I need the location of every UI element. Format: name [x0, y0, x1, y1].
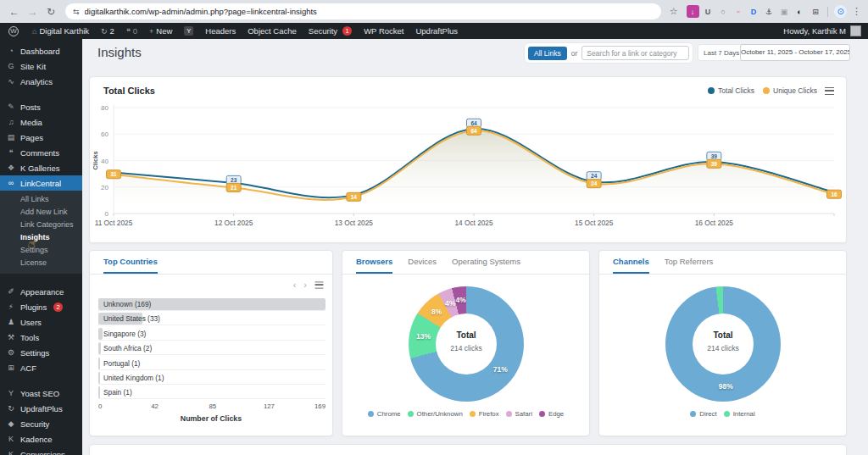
- legend-item-unique-clicks[interactable]: Unique Clicks: [763, 86, 817, 95]
- browser-menu-icon[interactable]: ⋮: [852, 6, 861, 17]
- x-tick-label: 127: [264, 402, 275, 410]
- legend-item-chrome[interactable]: Chrome: [368, 410, 401, 418]
- tab-channels[interactable]: Channels: [613, 257, 649, 274]
- sidebar-item-media[interactable]: ♫Media: [0, 114, 82, 130]
- wp-logo-icon[interactable]: W: [0, 23, 26, 39]
- sidebar-item-users[interactable]: ♟Users: [0, 314, 82, 330]
- sidebar-item-appearance[interactable]: ✐Appearance: [0, 284, 82, 299]
- sidebar-item-conversions[interactable]: KConversions: [0, 447, 82, 455]
- legend-item-safari[interactable]: Safari: [506, 410, 532, 418]
- sidebar-item-settings[interactable]: ⚙Settings: [0, 345, 82, 360]
- or-label: or: [571, 49, 578, 58]
- legend-item-edge[interactable]: Edge: [539, 410, 564, 418]
- site-settings-icon[interactable]: ⇆: [73, 8, 80, 16]
- legend-item-total-clicks[interactable]: Total Clicks: [708, 86, 754, 95]
- country-bar-row[interactable]: Spain (1): [98, 386, 326, 399]
- sidebar-item-pages[interactable]: ▤Pages: [0, 130, 82, 145]
- sidebar-subitem-all-links[interactable]: All Links: [0, 193, 82, 206]
- slice-label-direct: 98%: [715, 382, 736, 391]
- adminbar-comments[interactable]: ❝ 0: [120, 23, 143, 39]
- sidebar-item-analytics[interactable]: ∿Analytics: [0, 74, 82, 89]
- sidebar-item-linkcentral[interactable]: ∞LinkCentral: [0, 175, 82, 191]
- legend-dot: [763, 87, 770, 94]
- tab-operating-systems[interactable]: Operating Systems: [452, 257, 520, 274]
- extension-u[interactable]: U: [702, 5, 715, 18]
- prev-arrow-icon[interactable]: ‹: [293, 280, 297, 290]
- extension-pink-arrow[interactable]: ↓: [687, 5, 699, 18]
- address-bar[interactable]: ⇆ digitalkarthik.com/wp-admin/admin.php?…: [65, 3, 661, 19]
- sidebar-item-label: Security: [20, 419, 49, 429]
- sidebar-item-yoast-seo[interactable]: YYoast SEO: [0, 386, 82, 401]
- chart-legend: Total ClicksUnique Clicks: [708, 86, 817, 95]
- profile-icon[interactable]: ⊙: [834, 5, 847, 18]
- extension-pastel[interactable]: ◓: [732, 5, 745, 18]
- extension-anchor[interactable]: ⚓: [763, 5, 776, 18]
- extensions-puzzle-icon[interactable]: ⊞: [810, 5, 822, 18]
- comments-bubble-icon: ❝: [126, 27, 131, 36]
- tab-browsers[interactable]: Browsers: [356, 257, 392, 274]
- tab-devices[interactable]: Devices: [408, 257, 437, 274]
- channels-donut-chart[interactable]: Total 214 clicks 98%: [665, 286, 781, 402]
- adminbar-item-security[interactable]: Security1: [303, 23, 358, 39]
- tab-top-countries[interactable]: Top Countries: [103, 257, 158, 274]
- legend-item-other-unknown[interactable]: Other/Unknown: [408, 410, 463, 418]
- back-icon[interactable]: ←: [7, 6, 22, 18]
- sidebar-item-label: K Galleries: [20, 164, 59, 173]
- tab-top-referrers[interactable]: Top Referrers: [665, 257, 714, 274]
- sidebar-item-kadence[interactable]: KKadence: [0, 431, 82, 447]
- next-arrow-icon[interactable]: ›: [303, 280, 307, 290]
- link-search-input[interactable]: [581, 46, 689, 60]
- country-bar-row[interactable]: United States (33): [98, 313, 326, 325]
- last-7-days-button[interactable]: Last 7 Days: [698, 44, 745, 61]
- country-bar-row[interactable]: Singapore (3): [98, 328, 326, 341]
- sidebar-subitem-link-categories[interactable]: Link Categories: [0, 219, 82, 231]
- legend-label: Total Clicks: [718, 86, 754, 95]
- browsers-donut-chart[interactable]: Total 214 clicks 71%13%8%4%4%: [409, 286, 524, 402]
- sidebar-subitem-insights[interactable]: Insights: [0, 231, 82, 244]
- extension-darkmode[interactable]: ◐: [793, 5, 806, 18]
- forward-icon[interactable]: →: [25, 6, 41, 18]
- countries-x-label: Number of Clicks: [90, 414, 332, 423]
- country-bar-row[interactable]: Portugal (1): [98, 358, 326, 370]
- extension-d[interactable]: D: [748, 5, 760, 18]
- sidebar-item-k-galleries[interactable]: ❖K Galleries: [0, 160, 82, 175]
- adminbar-yoast[interactable]: Y: [178, 23, 199, 39]
- adminbar-item-updraftplus[interactable]: UpdraftPlus: [409, 23, 464, 39]
- adminbar-site-name[interactable]: ⌂ Digital Karthik: [26, 23, 95, 39]
- adminbar-new[interactable]: + New: [143, 23, 178, 39]
- extension-ring[interactable]: ○: [717, 5, 730, 18]
- adminbar-updates[interactable]: ↻ 2: [95, 23, 120, 39]
- security-icon: ◆: [6, 419, 16, 428]
- sidebar-subitem-add-new-link[interactable]: Add New Link: [0, 206, 82, 219]
- sidebar-item-acf[interactable]: ⊞ACF: [0, 360, 82, 375]
- sidebar-item-plugins[interactable]: ⚡Plugins2: [0, 299, 82, 314]
- legend-item-firefox[interactable]: Firefox: [470, 410, 499, 418]
- country-bar-row[interactable]: United Kingdom (1): [98, 372, 326, 385]
- adminbar-item-object-cache[interactable]: Object Cache: [242, 23, 303, 39]
- extension-camera[interactable]: ▣: [778, 5, 791, 18]
- sidebar-item-comments[interactable]: ❝Comments: [0, 145, 82, 160]
- country-bar-row[interactable]: Unknown (169): [98, 298, 326, 311]
- sidebar-item-site-kit[interactable]: GSite Kit: [0, 58, 82, 74]
- sidebar-item-dashboard[interactable]: ◔Dashboard: [0, 43, 82, 58]
- country-bar-row[interactable]: South Africa (2): [98, 342, 326, 355]
- total-clicks-line-chart[interactable]: 02040608011 Oct 202512 Oct 202513 Oct 20…: [90, 101, 848, 241]
- sidebar-subitem-settings[interactable]: Settings: [0, 244, 82, 257]
- chart-menu-icon[interactable]: [825, 87, 834, 95]
- reload-icon[interactable]: ↻: [43, 6, 58, 18]
- adminbar-howdy[interactable]: Howdy, Karthik M: [783, 26, 846, 36]
- country-bar-label: Singapore (3): [98, 328, 326, 341]
- adminbar-item-wp-rocket[interactable]: WP Rocket: [358, 23, 409, 39]
- sidebar-item-security[interactable]: ◆Security: [0, 416, 82, 431]
- sidebar-item-updraftplus[interactable]: ↻UpdraftPlus: [0, 401, 82, 416]
- sidebar-item-posts[interactable]: ✎Posts: [0, 99, 82, 114]
- sidebar-subitem-license[interactable]: License: [0, 257, 82, 269]
- adminbar-item-headers[interactable]: Headers: [199, 23, 242, 39]
- all-links-button[interactable]: All Links: [528, 47, 567, 60]
- countries-menu-icon[interactable]: [315, 281, 324, 288]
- legend-item-internal[interactable]: Internal: [724, 410, 755, 418]
- bookmark-star-icon[interactable]: ☆: [670, 6, 678, 17]
- date-range-input[interactable]: October 11, 2025 - October 17, 2025: [740, 44, 850, 61]
- sidebar-item-tools[interactable]: ⚒Tools: [0, 330, 82, 345]
- legend-item-direct[interactable]: Direct: [690, 410, 716, 418]
